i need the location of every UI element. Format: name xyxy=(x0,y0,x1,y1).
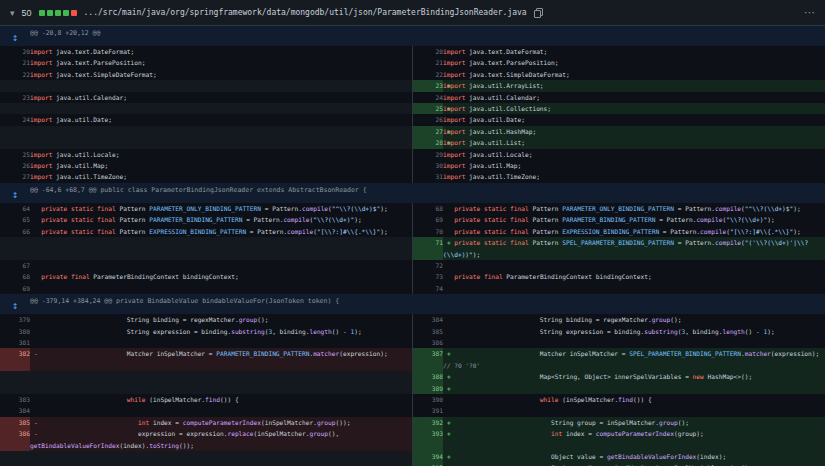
new-line-number[interactable]: 392 xyxy=(412,417,443,428)
old-line-number[interactable]: 27 xyxy=(0,171,30,182)
new-code-cell: String binding = regexMatcher.group(); xyxy=(443,314,825,325)
chevron-down-icon[interactable]: ▾ xyxy=(10,8,15,18)
diff-row: 380 String expression = binding.substrin… xyxy=(0,326,825,337)
old-code-cell: import java.text.ParsePosition; xyxy=(30,57,412,68)
new-line-number[interactable]: 70 xyxy=(412,226,443,237)
expand-diff-icon[interactable]: ↕ xyxy=(12,188,19,203)
new-line-number[interactable]: 387 xyxy=(412,348,443,371)
new-line-number[interactable]: 393 xyxy=(412,428,443,451)
diff-row: 386- expression = expression.replace(inS… xyxy=(0,428,825,451)
hunk-gutter: ↕ xyxy=(0,294,30,314)
new-code-cell: + private static final Pattern SPEL_PARA… xyxy=(443,237,825,260)
old-line-number[interactable]: 67 xyxy=(0,260,30,271)
new-line-number[interactable]: 390 xyxy=(412,394,443,405)
old-line-number xyxy=(0,451,30,462)
new-line-number[interactable]: 29 xyxy=(412,149,443,160)
old-line-number[interactable]: 383 xyxy=(0,394,30,405)
diff-row: 6974 xyxy=(0,283,825,294)
diff-row: 23+import java.util.ArrayList; xyxy=(0,80,825,91)
old-code-cell: import java.text.SimpleDateFormat; xyxy=(30,69,412,80)
old-line-number[interactable]: 23 xyxy=(0,92,30,103)
hunk-header: @@ -20,8 +20,12 @@ xyxy=(30,26,825,46)
old-code-cell: - expression = expression.replace(inSpel… xyxy=(30,428,412,451)
new-line-number[interactable]: 30 xyxy=(412,160,443,171)
new-line-number[interactable]: 73 xyxy=(412,271,443,282)
new-line-number[interactable]: 391 xyxy=(412,405,443,416)
old-line-number[interactable]: 20 xyxy=(0,46,30,57)
new-code-cell: private static final Pattern PARAMETER_O… xyxy=(443,203,825,214)
expand-diff-icon[interactable]: ↕ xyxy=(12,299,19,314)
new-code-cell: import java.util.Date; xyxy=(443,114,825,125)
new-line-number[interactable]: 395 xyxy=(412,462,443,466)
code-text: String binding = regexMatcher.group(); xyxy=(30,314,412,325)
new-line-number[interactable]: 31 xyxy=(412,171,443,182)
code-text: import java.text.ParsePosition; xyxy=(30,57,412,68)
new-code-cell: +import java.util.HashMap; xyxy=(443,126,825,137)
diffstat-square-del xyxy=(71,10,77,16)
old-line-number[interactable]: 24 xyxy=(0,114,30,125)
old-line-number[interactable]: 25 xyxy=(0,149,30,160)
old-line-number[interactable]: 382 xyxy=(0,348,30,371)
new-line-number[interactable]: 27 xyxy=(412,126,443,137)
expand-diff-icon[interactable]: ↕ xyxy=(12,31,19,46)
new-line-number[interactable]: 21 xyxy=(412,57,443,68)
kebab-menu-icon[interactable]: ⋯ xyxy=(804,6,815,19)
old-line-number[interactable]: 385 xyxy=(0,417,30,428)
new-line-number[interactable]: 386 xyxy=(412,337,443,348)
old-line-number[interactable]: 69 xyxy=(0,283,30,294)
hunk-range: @@ -64,6 +68,7 @@ xyxy=(30,186,97,194)
old-code-cell xyxy=(30,103,412,114)
old-line-number[interactable]: 381 xyxy=(0,337,30,348)
copy-path-icon[interactable] xyxy=(534,8,543,18)
diffstat-square-add xyxy=(55,10,61,16)
new-line-number[interactable]: 385 xyxy=(412,326,443,337)
old-line-number[interactable]: 22 xyxy=(0,69,30,80)
old-line-number[interactable]: 386 xyxy=(0,428,30,451)
code-text: String expression = binding.substring(3,… xyxy=(30,326,412,337)
old-line-number[interactable]: 380 xyxy=(0,326,30,337)
old-line-number[interactable]: 379 xyxy=(0,314,30,325)
old-line-number[interactable]: 21 xyxy=(0,57,30,68)
old-line-number xyxy=(0,80,30,91)
code-text xyxy=(30,405,412,416)
new-line-number[interactable]: 26 xyxy=(412,114,443,125)
new-line-number[interactable]: 28 xyxy=(412,137,443,148)
old-line-number[interactable]: 64 xyxy=(0,203,30,214)
old-code-cell: import java.util.Date; xyxy=(30,114,412,125)
new-code-cell: String expression = binding.substring(3,… xyxy=(443,326,825,337)
new-line-number[interactable]: 24 xyxy=(412,92,443,103)
new-line-number[interactable]: 74 xyxy=(412,283,443,294)
addition-marker: + xyxy=(447,237,451,248)
diff-row: 26import java.util.Map;30import java.uti… xyxy=(0,160,825,171)
old-code-cell xyxy=(30,237,412,260)
new-line-number[interactable]: 69 xyxy=(412,214,443,225)
new-line-number[interactable]: 23 xyxy=(412,80,443,91)
new-line-number[interactable]: 71 xyxy=(412,237,443,260)
old-line-number[interactable]: 66 xyxy=(0,226,30,237)
old-line-number[interactable]: 65 xyxy=(0,214,30,225)
old-line-number[interactable]: 26 xyxy=(0,160,30,171)
code-text: private final ParameterBindingContext bi… xyxy=(443,271,825,282)
new-line-number[interactable]: 384 xyxy=(412,314,443,325)
new-line-number[interactable]: 22 xyxy=(412,69,443,80)
old-code-cell: import java.util.Calendar; xyxy=(30,92,412,103)
old-code-cell xyxy=(30,451,412,462)
code-text xyxy=(443,283,825,294)
file-path[interactable]: .../src/main/java/org/springframework/da… xyxy=(84,8,527,17)
new-line-number[interactable]: 72 xyxy=(412,260,443,271)
diff-table: ↕@@ -20,8 +20,12 @@20import java.text.Da… xyxy=(0,26,825,466)
new-line-number[interactable]: 388 xyxy=(412,371,443,382)
hunk-gutter: ↕ xyxy=(0,183,30,203)
code-text: private final ParameterBindingContext bi… xyxy=(30,271,412,282)
new-code-cell: +import java.util.List; xyxy=(443,137,825,148)
new-line-number[interactable]: 20 xyxy=(412,46,443,57)
old-line-number[interactable]: 68 xyxy=(0,271,30,282)
old-code-cell: import java.text.DateFormat; xyxy=(30,46,412,57)
old-line-number[interactable]: 384 xyxy=(0,405,30,416)
new-line-number[interactable]: 394 xyxy=(412,451,443,462)
new-line-number[interactable]: 389 xyxy=(412,383,443,394)
new-line-number[interactable]: 68 xyxy=(412,203,443,214)
new-line-number[interactable]: 25 xyxy=(412,103,443,114)
code-text: import java.util.TimeZone; xyxy=(443,171,825,182)
diff-row: 382- Matcher inSpelMatcher = PARAMETER_B… xyxy=(0,348,825,371)
